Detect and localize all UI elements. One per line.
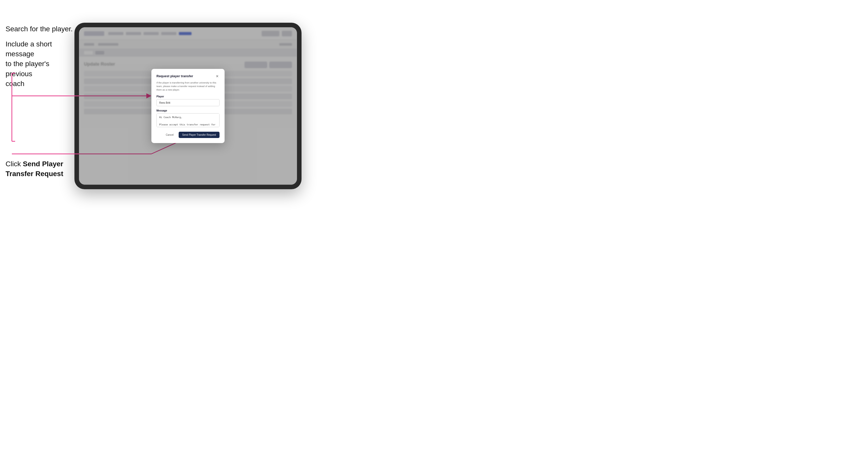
close-icon[interactable]: ✕ bbox=[215, 74, 219, 79]
annotation-search: Search for the player. bbox=[5, 24, 73, 34]
modal-description: If the player is transferring from anoth… bbox=[156, 81, 219, 92]
player-input[interactable] bbox=[156, 99, 219, 106]
annotation-message: Include a short message to the player's … bbox=[5, 39, 76, 89]
request-transfer-modal: Request player transfer ✕ If the player … bbox=[151, 69, 224, 143]
modal-header: Request player transfer ✕ bbox=[156, 74, 219, 79]
send-transfer-request-button[interactable]: Send Player Transfer Request bbox=[179, 132, 219, 138]
player-label: Player bbox=[156, 95, 219, 98]
cancel-button[interactable]: Cancel bbox=[163, 132, 176, 138]
annotation-click: Click Send Player Transfer Request bbox=[5, 159, 76, 179]
tablet-device: Update Roster Request player transfer ✕ bbox=[74, 23, 302, 189]
modal-actions: Cancel Send Player Transfer Request bbox=[156, 132, 219, 138]
message-label: Message bbox=[156, 109, 219, 112]
modal-title: Request player transfer bbox=[156, 74, 193, 78]
tablet-screen: Update Roster Request player transfer ✕ bbox=[79, 27, 297, 185]
message-textarea[interactable] bbox=[156, 113, 219, 127]
modal-overlay: Request player transfer ✕ If the player … bbox=[79, 27, 297, 185]
